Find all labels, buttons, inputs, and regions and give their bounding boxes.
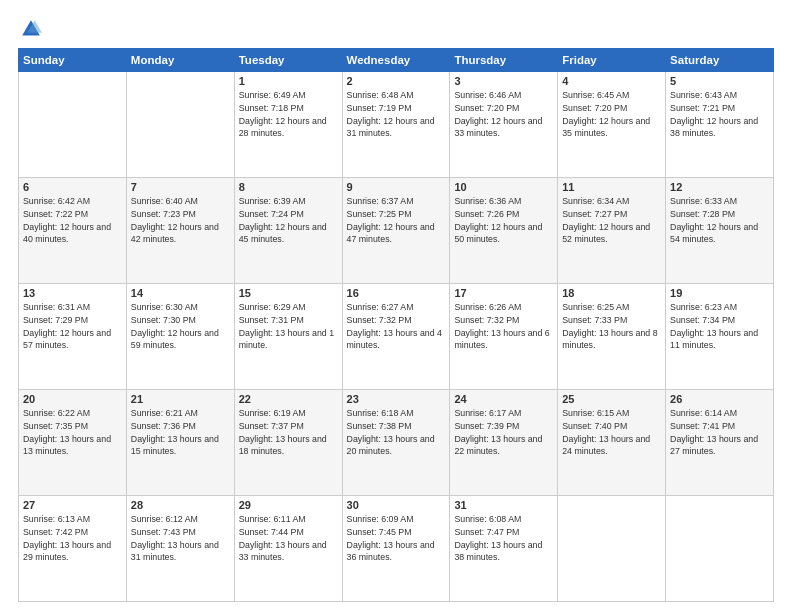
weekday-header-thursday: Thursday [450, 49, 558, 72]
day-info: Sunrise: 6:15 AM Sunset: 7:40 PM Dayligh… [562, 407, 661, 458]
day-number: 29 [239, 499, 338, 511]
day-number: 24 [454, 393, 553, 405]
weekday-header-tuesday: Tuesday [234, 49, 342, 72]
day-info: Sunrise: 6:37 AM Sunset: 7:25 PM Dayligh… [347, 195, 446, 246]
calendar-cell: 17Sunrise: 6:26 AM Sunset: 7:32 PM Dayli… [450, 284, 558, 390]
calendar-cell: 4Sunrise: 6:45 AM Sunset: 7:20 PM Daylig… [558, 72, 666, 178]
calendar-cell [19, 72, 127, 178]
day-number: 21 [131, 393, 230, 405]
calendar: SundayMondayTuesdayWednesdayThursdayFrid… [18, 48, 774, 602]
logo-icon [20, 18, 42, 40]
day-number: 7 [131, 181, 230, 193]
day-number: 16 [347, 287, 446, 299]
day-number: 6 [23, 181, 122, 193]
calendar-cell [126, 72, 234, 178]
day-info: Sunrise: 6:18 AM Sunset: 7:38 PM Dayligh… [347, 407, 446, 458]
week-row-4: 20Sunrise: 6:22 AM Sunset: 7:35 PM Dayli… [19, 390, 774, 496]
calendar-cell: 24Sunrise: 6:17 AM Sunset: 7:39 PM Dayli… [450, 390, 558, 496]
day-info: Sunrise: 6:31 AM Sunset: 7:29 PM Dayligh… [23, 301, 122, 352]
day-info: Sunrise: 6:09 AM Sunset: 7:45 PM Dayligh… [347, 513, 446, 564]
calendar-cell: 26Sunrise: 6:14 AM Sunset: 7:41 PM Dayli… [666, 390, 774, 496]
day-number: 28 [131, 499, 230, 511]
week-row-3: 13Sunrise: 6:31 AM Sunset: 7:29 PM Dayli… [19, 284, 774, 390]
day-number: 20 [23, 393, 122, 405]
weekday-header-row: SundayMondayTuesdayWednesdayThursdayFrid… [19, 49, 774, 72]
calendar-cell: 9Sunrise: 6:37 AM Sunset: 7:25 PM Daylig… [342, 178, 450, 284]
calendar-cell: 10Sunrise: 6:36 AM Sunset: 7:26 PM Dayli… [450, 178, 558, 284]
weekday-header-sunday: Sunday [19, 49, 127, 72]
day-info: Sunrise: 6:13 AM Sunset: 7:42 PM Dayligh… [23, 513, 122, 564]
calendar-cell: 18Sunrise: 6:25 AM Sunset: 7:33 PM Dayli… [558, 284, 666, 390]
weekday-header-saturday: Saturday [666, 49, 774, 72]
calendar-cell: 3Sunrise: 6:46 AM Sunset: 7:20 PM Daylig… [450, 72, 558, 178]
day-info: Sunrise: 6:30 AM Sunset: 7:30 PM Dayligh… [131, 301, 230, 352]
day-info: Sunrise: 6:40 AM Sunset: 7:23 PM Dayligh… [131, 195, 230, 246]
day-info: Sunrise: 6:17 AM Sunset: 7:39 PM Dayligh… [454, 407, 553, 458]
calendar-cell: 7Sunrise: 6:40 AM Sunset: 7:23 PM Daylig… [126, 178, 234, 284]
calendar-cell [666, 496, 774, 602]
calendar-cell: 19Sunrise: 6:23 AM Sunset: 7:34 PM Dayli… [666, 284, 774, 390]
calendar-cell [558, 496, 666, 602]
calendar-cell: 6Sunrise: 6:42 AM Sunset: 7:22 PM Daylig… [19, 178, 127, 284]
day-info: Sunrise: 6:36 AM Sunset: 7:26 PM Dayligh… [454, 195, 553, 246]
day-info: Sunrise: 6:19 AM Sunset: 7:37 PM Dayligh… [239, 407, 338, 458]
day-info: Sunrise: 6:14 AM Sunset: 7:41 PM Dayligh… [670, 407, 769, 458]
calendar-cell: 21Sunrise: 6:21 AM Sunset: 7:36 PM Dayli… [126, 390, 234, 496]
day-number: 17 [454, 287, 553, 299]
week-row-5: 27Sunrise: 6:13 AM Sunset: 7:42 PM Dayli… [19, 496, 774, 602]
day-number: 2 [347, 75, 446, 87]
weekday-header-friday: Friday [558, 49, 666, 72]
calendar-cell: 25Sunrise: 6:15 AM Sunset: 7:40 PM Dayli… [558, 390, 666, 496]
calendar-cell: 16Sunrise: 6:27 AM Sunset: 7:32 PM Dayli… [342, 284, 450, 390]
calendar-cell: 28Sunrise: 6:12 AM Sunset: 7:43 PM Dayli… [126, 496, 234, 602]
calendar-cell: 22Sunrise: 6:19 AM Sunset: 7:37 PM Dayli… [234, 390, 342, 496]
calendar-cell: 1Sunrise: 6:49 AM Sunset: 7:18 PM Daylig… [234, 72, 342, 178]
calendar-cell: 15Sunrise: 6:29 AM Sunset: 7:31 PM Dayli… [234, 284, 342, 390]
calendar-cell: 2Sunrise: 6:48 AM Sunset: 7:19 PM Daylig… [342, 72, 450, 178]
day-number: 25 [562, 393, 661, 405]
day-number: 12 [670, 181, 769, 193]
day-number: 4 [562, 75, 661, 87]
day-number: 9 [347, 181, 446, 193]
day-number: 30 [347, 499, 446, 511]
day-info: Sunrise: 6:43 AM Sunset: 7:21 PM Dayligh… [670, 89, 769, 140]
calendar-cell: 5Sunrise: 6:43 AM Sunset: 7:21 PM Daylig… [666, 72, 774, 178]
weekday-header-wednesday: Wednesday [342, 49, 450, 72]
day-info: Sunrise: 6:26 AM Sunset: 7:32 PM Dayligh… [454, 301, 553, 352]
calendar-cell: 31Sunrise: 6:08 AM Sunset: 7:47 PM Dayli… [450, 496, 558, 602]
logo [18, 18, 42, 44]
calendar-cell: 13Sunrise: 6:31 AM Sunset: 7:29 PM Dayli… [19, 284, 127, 390]
day-info: Sunrise: 6:33 AM Sunset: 7:28 PM Dayligh… [670, 195, 769, 246]
day-number: 26 [670, 393, 769, 405]
calendar-cell: 20Sunrise: 6:22 AM Sunset: 7:35 PM Dayli… [19, 390, 127, 496]
day-info: Sunrise: 6:11 AM Sunset: 7:44 PM Dayligh… [239, 513, 338, 564]
calendar-cell: 30Sunrise: 6:09 AM Sunset: 7:45 PM Dayli… [342, 496, 450, 602]
day-info: Sunrise: 6:29 AM Sunset: 7:31 PM Dayligh… [239, 301, 338, 352]
day-info: Sunrise: 6:23 AM Sunset: 7:34 PM Dayligh… [670, 301, 769, 352]
day-info: Sunrise: 6:08 AM Sunset: 7:47 PM Dayligh… [454, 513, 553, 564]
header [18, 18, 774, 44]
day-number: 8 [239, 181, 338, 193]
day-number: 27 [23, 499, 122, 511]
page: SundayMondayTuesdayWednesdayThursdayFrid… [0, 0, 792, 612]
day-number: 23 [347, 393, 446, 405]
day-info: Sunrise: 6:12 AM Sunset: 7:43 PM Dayligh… [131, 513, 230, 564]
day-info: Sunrise: 6:42 AM Sunset: 7:22 PM Dayligh… [23, 195, 122, 246]
day-info: Sunrise: 6:49 AM Sunset: 7:18 PM Dayligh… [239, 89, 338, 140]
day-info: Sunrise: 6:27 AM Sunset: 7:32 PM Dayligh… [347, 301, 446, 352]
day-number: 13 [23, 287, 122, 299]
week-row-1: 1Sunrise: 6:49 AM Sunset: 7:18 PM Daylig… [19, 72, 774, 178]
day-number: 22 [239, 393, 338, 405]
day-number: 11 [562, 181, 661, 193]
calendar-cell: 12Sunrise: 6:33 AM Sunset: 7:28 PM Dayli… [666, 178, 774, 284]
day-number: 1 [239, 75, 338, 87]
calendar-cell: 29Sunrise: 6:11 AM Sunset: 7:44 PM Dayli… [234, 496, 342, 602]
calendar-cell: 14Sunrise: 6:30 AM Sunset: 7:30 PM Dayli… [126, 284, 234, 390]
weekday-header-monday: Monday [126, 49, 234, 72]
day-number: 10 [454, 181, 553, 193]
day-info: Sunrise: 6:34 AM Sunset: 7:27 PM Dayligh… [562, 195, 661, 246]
calendar-cell: 11Sunrise: 6:34 AM Sunset: 7:27 PM Dayli… [558, 178, 666, 284]
week-row-2: 6Sunrise: 6:42 AM Sunset: 7:22 PM Daylig… [19, 178, 774, 284]
day-info: Sunrise: 6:39 AM Sunset: 7:24 PM Dayligh… [239, 195, 338, 246]
day-info: Sunrise: 6:25 AM Sunset: 7:33 PM Dayligh… [562, 301, 661, 352]
